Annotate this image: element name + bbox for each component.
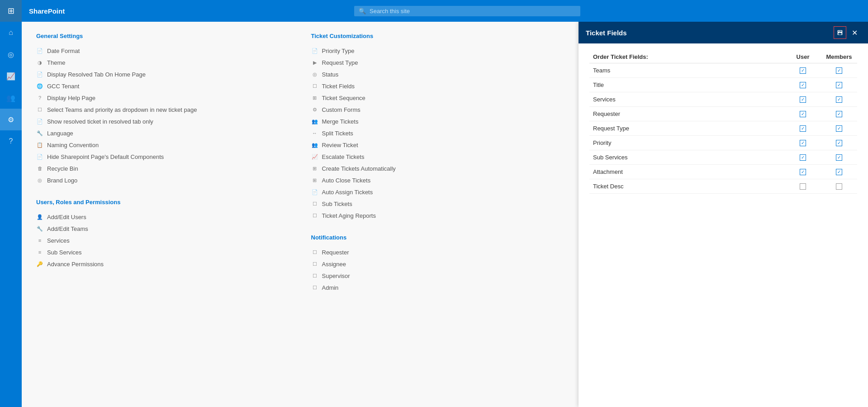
members-checkbox[interactable] xyxy=(836,96,842,103)
auto-assign-icon: 📄 xyxy=(311,188,318,196)
split-tickets-icon: ↔ xyxy=(311,129,318,137)
user-checkbox-cell[interactable] xyxy=(785,179,821,194)
list-item[interactable]: ?Display Help Page xyxy=(36,92,289,104)
user-checkbox-cell[interactable] xyxy=(785,78,821,92)
notifications-title: Notifications xyxy=(311,234,564,241)
close-button[interactable]: ✕ xyxy=(848,26,861,39)
apps-icon[interactable]: ⊞ xyxy=(0,0,22,22)
list-item[interactable]: ◎Status xyxy=(311,68,564,80)
request-type-icon: ▶ xyxy=(311,59,318,66)
user-checkbox[interactable] xyxy=(800,140,806,146)
search-input[interactable] xyxy=(370,8,576,14)
members-checkbox-cell[interactable] xyxy=(821,121,857,136)
user-checkbox[interactable] xyxy=(800,125,806,132)
list-item[interactable]: ⊞Ticket Sequence xyxy=(311,92,564,104)
help-page-icon: ? xyxy=(36,94,43,101)
list-item[interactable]: 👥Merge Tickets xyxy=(311,115,564,127)
list-item[interactable]: ⚙Custom Forms xyxy=(311,104,564,115)
home-nav-icon[interactable]: ⌂ xyxy=(0,22,22,43)
help-nav-icon[interactable]: ? xyxy=(0,130,22,152)
merge-tickets-icon: 👥 xyxy=(311,118,318,125)
save-button[interactable] xyxy=(834,26,846,39)
brand-logo-icon: ◎ xyxy=(36,177,43,184)
members-checkbox[interactable] xyxy=(836,111,842,117)
list-item[interactable]: 🔧Add/Edit Teams xyxy=(36,223,289,235)
user-checkbox[interactable] xyxy=(800,154,806,161)
members-checkbox-cell[interactable] xyxy=(821,63,857,78)
list-item[interactable]: ☐Requester xyxy=(311,246,564,258)
user-checkbox[interactable] xyxy=(800,96,806,103)
members-checkbox-cell[interactable] xyxy=(821,179,857,194)
user-checkbox-cell[interactable] xyxy=(785,150,821,165)
user-checkbox-cell[interactable] xyxy=(785,121,821,136)
table-row: Title xyxy=(589,78,857,92)
chart-nav-icon[interactable]: 📈 xyxy=(0,65,22,87)
add-users-icon: 👤 xyxy=(36,213,43,220)
user-checkbox-cell[interactable] xyxy=(785,92,821,107)
list-item[interactable]: ◑Theme xyxy=(36,57,289,68)
user-checkbox-cell[interactable] xyxy=(785,165,821,179)
list-item[interactable]: ◎Brand Logo xyxy=(36,174,289,186)
field-label: Requester xyxy=(589,107,785,121)
list-item[interactable]: 🔑Advance Permissions xyxy=(36,258,289,270)
user-checkbox-cell[interactable] xyxy=(785,136,821,150)
list-item[interactable]: ☐Ticket Fields xyxy=(311,80,564,92)
list-item[interactable]: ☐Assignee xyxy=(311,258,564,270)
list-item[interactable]: ↔Split Tickets xyxy=(311,127,564,139)
members-checkbox-cell[interactable] xyxy=(821,150,857,165)
list-item[interactable]: 📄Show resolved ticket in resolved tab on… xyxy=(36,115,289,127)
list-item[interactable]: 📄Auto Assign Tickets xyxy=(311,186,564,198)
members-checkbox-cell[interactable] xyxy=(821,78,857,92)
list-item[interactable]: 📈Escalate Tickets xyxy=(311,151,564,163)
settings-grid: General Settings 📄Date Format ◑Theme 📄Di… xyxy=(36,33,564,306)
list-item[interactable]: 📄Display Resolved Tab On Home Page xyxy=(36,68,289,80)
search-box[interactable]: 🔍 xyxy=(354,6,580,16)
table-row: Requester xyxy=(589,107,857,121)
list-item[interactable]: ☐Admin xyxy=(311,282,564,293)
members-checkbox-cell[interactable] xyxy=(821,136,857,150)
list-item[interactable]: ⊞Auto Close Tickets xyxy=(311,174,564,186)
members-checkbox[interactable] xyxy=(836,140,842,146)
recycle-bin-icon: 🗑 xyxy=(36,165,43,172)
list-item[interactable]: ☐Sub Tickets xyxy=(311,198,564,210)
create-auto-icon: ⊞ xyxy=(311,165,318,172)
list-item[interactable]: ☐Supervisor xyxy=(311,270,564,282)
members-checkbox[interactable] xyxy=(836,125,842,132)
list-item[interactable]: 📋Naming Convention xyxy=(36,139,289,151)
user-checkbox[interactable] xyxy=(800,67,806,74)
ticket-sequence-icon: ⊞ xyxy=(311,94,318,101)
user-checkbox-cell[interactable] xyxy=(785,107,821,121)
members-checkbox[interactable] xyxy=(836,67,842,74)
user-checkbox[interactable] xyxy=(800,82,806,88)
list-item[interactable]: 🌐GCC Tenant xyxy=(36,80,289,92)
list-item[interactable]: 📄Priority Type xyxy=(311,45,564,57)
members-checkbox-cell[interactable] xyxy=(821,165,857,179)
panel-title: Ticket Fields xyxy=(586,29,627,37)
user-checkbox[interactable] xyxy=(800,183,806,190)
list-item[interactable]: 📄Date Format xyxy=(36,45,289,57)
list-item[interactable]: 🔧Language xyxy=(36,127,289,139)
list-item[interactable]: 📄Hide Sharepoint Page's Default Componen… xyxy=(36,151,289,163)
list-item[interactable]: ≡Sub Services xyxy=(36,246,289,258)
settings-nav-icon[interactable]: ⚙ xyxy=(0,109,22,130)
list-item[interactable]: ⊞Create Tickets Automatically xyxy=(311,163,564,174)
user-checkbox-cell[interactable] xyxy=(785,63,821,78)
list-item[interactable]: 🗑Recycle Bin xyxy=(36,163,289,174)
list-item[interactable]: 👥Review Ticket xyxy=(311,139,564,151)
user-checkbox[interactable] xyxy=(800,169,806,175)
list-item[interactable]: 👤Add/Edit Users xyxy=(36,211,289,223)
list-item[interactable]: ▶Request Type xyxy=(311,57,564,68)
globe-nav-icon[interactable]: ◎ xyxy=(0,43,22,65)
members-checkbox-cell[interactable] xyxy=(821,92,857,107)
members-checkbox[interactable] xyxy=(836,169,842,175)
user-checkbox[interactable] xyxy=(800,111,806,117)
list-item[interactable]: ☐Select Teams and priority as dropdown i… xyxy=(36,104,289,115)
requester-notif-icon: ☐ xyxy=(311,249,318,256)
members-checkbox[interactable] xyxy=(836,154,842,161)
list-item[interactable]: ≡Services xyxy=(36,235,289,246)
members-checkbox-cell[interactable] xyxy=(821,107,857,121)
members-checkbox[interactable] xyxy=(836,82,842,88)
people-nav-icon[interactable]: 👥 xyxy=(0,87,22,109)
list-item[interactable]: ☐Ticket Aging Reports xyxy=(311,210,564,221)
members-checkbox[interactable] xyxy=(836,183,842,190)
